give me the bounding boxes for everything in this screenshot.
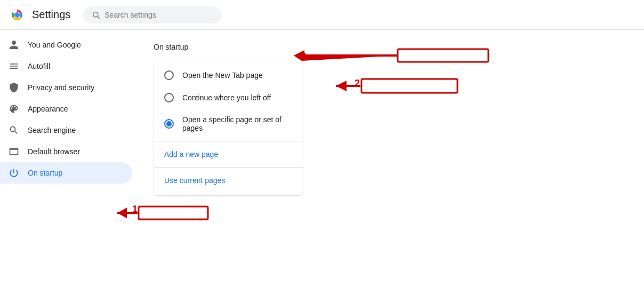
- option-new-tab[interactable]: Open the New Tab page: [154, 64, 303, 86]
- search-bar[interactable]: [83, 6, 222, 23]
- sidebar-item-default-browser[interactable]: Default browser: [0, 141, 132, 162]
- option-continue-label: Continue where you left off: [182, 93, 271, 102]
- sidebar-item-search-engine[interactable]: Search engine: [0, 120, 132, 141]
- palette-icon: [9, 104, 19, 114]
- svg-point-3: [93, 12, 98, 17]
- startup-card: Open the New Tab page Continue where you…: [154, 60, 303, 195]
- power-icon: [9, 168, 19, 178]
- option-specific-page-label: Open a specific page or set of pages: [182, 115, 292, 132]
- sidebar-item-privacy-security[interactable]: Privacy and security: [0, 77, 132, 98]
- divider: [154, 141, 303, 141]
- sidebar-item-you-and-google[interactable]: You and Google: [0, 34, 132, 56]
- shield-icon: [9, 82, 19, 93]
- option-specific-page[interactable]: Open a specific page or set of pages: [154, 109, 303, 139]
- page-title: Settings: [32, 9, 70, 21]
- radio-specific-page[interactable]: [164, 119, 174, 129]
- sidebar-item-autofill[interactable]: Autofill: [0, 56, 132, 77]
- option-new-tab-label: Open the New Tab page: [182, 71, 263, 80]
- search-icon: [92, 11, 100, 19]
- svg-marker-8: [294, 50, 304, 61]
- person-icon: [9, 39, 19, 50]
- top-bar: Settings: [0, 0, 644, 30]
- option-continue[interactable]: Continue where you left off: [154, 86, 303, 109]
- sidebar-item-you-and-google-label: You and Google: [28, 41, 81, 49]
- content-area: On startup Open the New Tab page Continu…: [136, 30, 644, 301]
- search-engine-icon: [9, 125, 19, 136]
- autofill-icon: [9, 61, 19, 72]
- chrome-logo-icon: [9, 6, 26, 23]
- svg-text:2: 2: [301, 51, 306, 61]
- main-layout: You and Google Autofill Privacy and secu…: [0, 30, 644, 301]
- svg-marker-6: [294, 50, 398, 61]
- sidebar: You and Google Autofill Privacy and secu…: [0, 30, 136, 301]
- use-current-pages-link[interactable]: Use current pages: [154, 170, 303, 191]
- radio-new-tab[interactable]: [164, 70, 174, 80]
- svg-line-4: [98, 17, 100, 19]
- svg-point-2: [14, 12, 20, 18]
- browser-icon: [9, 146, 19, 157]
- search-input[interactable]: [104, 11, 213, 19]
- add-new-page-link[interactable]: Add a new page: [154, 144, 303, 165]
- sidebar-item-appearance[interactable]: Appearance: [0, 98, 132, 120]
- sidebar-item-on-startup-label: On startup: [28, 169, 62, 177]
- radio-continue[interactable]: [164, 93, 174, 102]
- sidebar-item-default-browser-label: Default browser: [28, 147, 80, 156]
- sidebar-item-on-startup[interactable]: On startup: [0, 162, 132, 184]
- section-title: On startup: [154, 43, 627, 51]
- sidebar-item-autofill-label: Autofill: [28, 62, 50, 70]
- divider2: [154, 167, 303, 168]
- sidebar-item-privacy-label: Privacy and security: [28, 83, 94, 92]
- sidebar-item-search-label: Search engine: [28, 126, 76, 134]
- sidebar-item-appearance-label: Appearance: [28, 105, 68, 113]
